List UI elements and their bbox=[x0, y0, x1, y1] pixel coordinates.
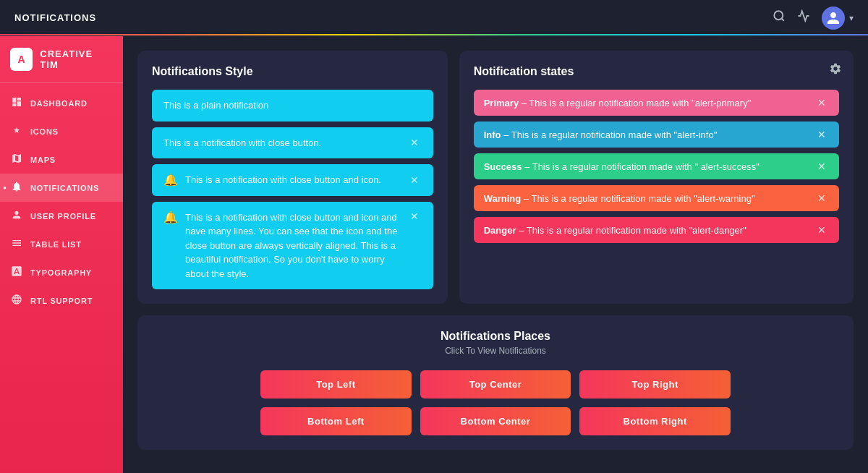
page-title: NOTIFICATIONS bbox=[14, 12, 96, 23]
user-avatar-button[interactable]: ▾ bbox=[822, 7, 854, 30]
cards-row-top: Notifications Style This is a plain noti… bbox=[137, 51, 854, 304]
alert-primary-desc: – This is a regular notification made wi… bbox=[522, 98, 752, 108]
typography-icon bbox=[10, 265, 23, 279]
notification-multiline-text: This is a notification with close button… bbox=[185, 210, 407, 281]
notification-with-close-text: This is a notification with close button… bbox=[163, 136, 407, 150]
alert-info-close-btn[interactable]: ✕ bbox=[814, 129, 829, 140]
sidebar-item-user-profile-label: USER PROFILE bbox=[30, 212, 96, 221]
avatar-chevron-icon: ▾ bbox=[849, 13, 854, 23]
alert-info-label: Info bbox=[484, 129, 501, 140]
avatar bbox=[822, 7, 845, 30]
bottom-left-button[interactable]: Bottom Left bbox=[260, 407, 412, 435]
bottom-right-button[interactable]: Bottom Right bbox=[579, 407, 731, 435]
alert-success-close-btn[interactable]: ✕ bbox=[814, 161, 829, 172]
alert-info-desc: – This is a regular notification made wi… bbox=[503, 129, 717, 140]
notification-plain-text: This is a plain notification bbox=[163, 98, 422, 113]
alert-danger: Danger – This is a regular notification … bbox=[474, 217, 839, 243]
notification-multiline-content: 🔔 This is a notification with close butt… bbox=[163, 210, 407, 281]
brand-name: CREATIVE TIM bbox=[40, 48, 113, 70]
sidebar-item-icons-label: ICONS bbox=[30, 127, 59, 136]
alert-warning: Warning – This is a regular notification… bbox=[474, 185, 839, 211]
notifications-places-card: Notifications Places Click To View Notif… bbox=[137, 315, 854, 450]
bottom-center-button[interactable]: Bottom Center bbox=[420, 407, 571, 435]
alert-warning-desc: – This is a regular notification made wi… bbox=[524, 193, 755, 204]
top-left-button[interactable]: Top Left bbox=[260, 370, 412, 399]
alert-success: Success – This is a regular notification… bbox=[474, 153, 839, 179]
alert-primary: Primary – This is a regular notification… bbox=[474, 90, 839, 116]
notification-with-icon: 🔔 This is a notification with close butt… bbox=[152, 164, 433, 196]
main-layout: A CREATIVE TIM DASHBOARD IC bbox=[0, 36, 868, 473]
alert-success-text: Success – This is a regular notification… bbox=[484, 161, 814, 172]
rtl-support-icon bbox=[10, 294, 23, 307]
notification-plain-content: This is a plain notification bbox=[163, 98, 422, 113]
gear-icon[interactable] bbox=[829, 62, 842, 79]
notification-states-title: Notification states bbox=[474, 65, 839, 78]
notification-with-close-btn[interactable]: ✕ bbox=[407, 137, 422, 148]
notification-plain: This is a plain notification bbox=[152, 90, 433, 122]
notifications-style-title: Notifications Style bbox=[152, 65, 433, 78]
sidebar-item-table-list[interactable]: TABLE LIST bbox=[0, 230, 123, 258]
alert-warning-label: Warning bbox=[484, 193, 522, 204]
alert-warning-text: Warning – This is a regular notification… bbox=[484, 193, 814, 204]
navbar-actions: ▾ bbox=[773, 7, 854, 30]
sidebar-item-dashboard-label: DASHBOARD bbox=[30, 99, 88, 108]
notification-multiline-close-btn[interactable]: ✕ bbox=[407, 210, 422, 222]
sidebar-item-typography-label: TYPOGRAPHY bbox=[30, 268, 92, 277]
alert-primary-close-btn[interactable]: ✕ bbox=[814, 97, 829, 108]
svg-point-0 bbox=[774, 11, 783, 20]
notification-with-icon-close-btn[interactable]: ✕ bbox=[407, 174, 422, 186]
main-content: Notifications Style This is a plain noti… bbox=[123, 36, 868, 473]
sidebar-item-typography[interactable]: TYPOGRAPHY bbox=[0, 258, 123, 286]
bell-icon: 🔔 bbox=[163, 173, 178, 187]
notifications-icon bbox=[10, 181, 23, 195]
notification-multiline: 🔔 This is a notification with close butt… bbox=[152, 202, 433, 290]
alert-info: Info – This is a regular notification ma… bbox=[474, 122, 839, 148]
sidebar-item-icons[interactable]: ICONS bbox=[0, 117, 123, 145]
icons-icon bbox=[10, 124, 23, 138]
user-profile-icon bbox=[10, 209, 23, 223]
places-grid: Top Left Top Center Top Right Bottom Lef… bbox=[260, 370, 731, 435]
notifications-places-subtitle: Click To View Notifications bbox=[152, 346, 839, 356]
navbar: NOTIFICATIONS ▾ bbox=[0, 0, 868, 36]
sidebar-item-notifications[interactable]: NOTIFICATIONS bbox=[0, 174, 123, 202]
alert-primary-label: Primary bbox=[484, 98, 519, 108]
maps-icon bbox=[10, 153, 23, 166]
sidebar-item-table-list-label: TABLE LIST bbox=[30, 240, 82, 249]
alert-info-text: Info – This is a regular notification ma… bbox=[484, 129, 814, 140]
notification-with-icon-content: 🔔 This is a notification with close butt… bbox=[163, 173, 407, 187]
sidebar-item-maps[interactable]: MAPS bbox=[0, 145, 123, 174]
sidebar-item-dashboard[interactable]: DASHBOARD bbox=[0, 89, 123, 117]
brand-logo: A bbox=[10, 48, 33, 71]
alert-success-desc: – This is a regular notification made wi… bbox=[524, 161, 760, 172]
table-list-icon bbox=[10, 237, 23, 251]
alert-danger-close-btn[interactable]: ✕ bbox=[814, 224, 829, 236]
search-icon[interactable] bbox=[773, 9, 786, 26]
sidebar-item-rtl-support[interactable]: RTL SUPPORT bbox=[0, 286, 123, 315]
notification-states-card: Notification states Primary – This is a … bbox=[459, 51, 854, 304]
notifications-places-title: Notifications Places bbox=[152, 330, 839, 343]
notifications-style-card: Notifications Style This is a plain noti… bbox=[137, 51, 448, 304]
alert-danger-desc: – This is a regular notification made wi… bbox=[519, 225, 746, 236]
alert-success-label: Success bbox=[484, 161, 522, 172]
sidebar-nav: DASHBOARD ICONS MAPS bbox=[0, 83, 123, 473]
top-right-button[interactable]: Top Right bbox=[579, 370, 731, 399]
notification-with-icon-text: This is a notification with close button… bbox=[185, 173, 407, 187]
alert-danger-label: Danger bbox=[484, 225, 516, 236]
alert-warning-close-btn[interactable]: ✕ bbox=[814, 192, 829, 204]
sidebar-item-maps-label: MAPS bbox=[30, 155, 56, 164]
notification-with-close: This is a notification with close button… bbox=[152, 127, 433, 159]
alert-danger-text: Danger – This is a regular notification … bbox=[484, 225, 814, 236]
sidebar-brand: A CREATIVE TIM bbox=[0, 36, 123, 83]
svg-line-1 bbox=[781, 18, 783, 20]
bell-icon-multi: 🔔 bbox=[163, 210, 178, 224]
sidebar-item-user-profile[interactable]: USER PROFILE bbox=[0, 202, 123, 230]
dashboard-icon bbox=[10, 96, 23, 110]
sidebar-item-rtl-support-label: RTL SUPPORT bbox=[30, 297, 93, 305]
sidebar: A CREATIVE TIM DASHBOARD IC bbox=[0, 36, 123, 473]
alert-primary-text: Primary – This is a regular notification… bbox=[484, 98, 814, 108]
sidebar-item-notifications-label: NOTIFICATIONS bbox=[30, 184, 99, 192]
top-center-button[interactable]: Top Center bbox=[420, 370, 571, 399]
activity-icon[interactable] bbox=[797, 9, 810, 26]
notification-with-close-content: This is a notification with close button… bbox=[163, 136, 407, 150]
